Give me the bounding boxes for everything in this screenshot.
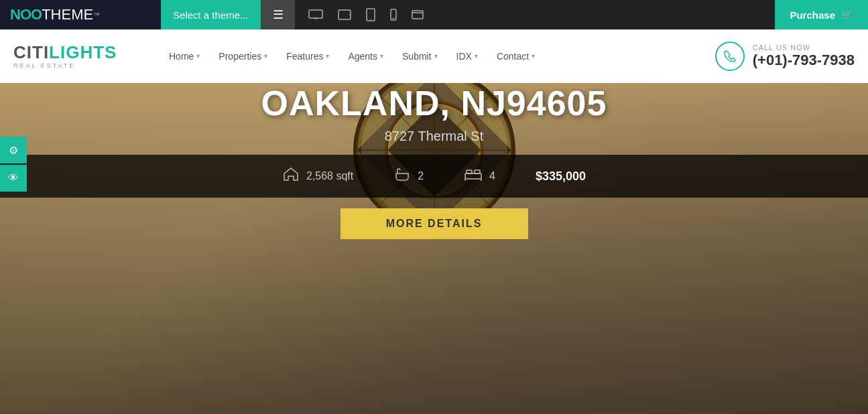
- chevron-down-icon: ▾: [196, 52, 200, 60]
- svg-rect-17: [465, 174, 481, 179]
- desktop-icon[interactable]: [308, 9, 323, 20]
- tablet-portrait-icon[interactable]: [366, 8, 375, 21]
- view-icons-group: [295, 0, 776, 29]
- eye-icon: 👁: [8, 172, 19, 184]
- eye-button[interactable]: 👁: [0, 165, 27, 192]
- side-buttons: ⚙ 👁: [0, 137, 27, 193]
- svg-rect-3: [338, 10, 351, 19]
- nootheme-logo: NOO THEME ™: [0, 0, 161, 29]
- main-nav: Home ▾ Properties ▾ Features ▾ Agents ▾ …: [147, 46, 715, 67]
- purchase-label: Purchase: [790, 9, 835, 21]
- gear-button[interactable]: ⚙: [0, 137, 27, 163]
- gear-icon: ⚙: [9, 144, 18, 157]
- house-icon: [282, 167, 300, 186]
- hero-bath-stat: 2: [393, 167, 424, 186]
- hero-city: OAKLAND, NJ94605: [0, 83, 868, 123]
- cart-icon: 🛒: [841, 9, 853, 21]
- call-text: CALL US NOW (+01)-793-7938: [753, 44, 855, 69]
- bath-icon: [393, 167, 411, 186]
- chevron-down-icon: ▾: [475, 52, 478, 60]
- hamburger-button[interactable]: ☰: [261, 0, 295, 29]
- logo-tm: ™: [93, 11, 100, 19]
- site-logo: CITILIGHTS REAL ESTATE: [13, 44, 147, 69]
- phone-icon[interactable]: [390, 9, 397, 21]
- call-area: CALL US NOW (+01)-793-7938: [715, 42, 855, 71]
- nav-idx[interactable]: IDX ▾: [448, 46, 486, 67]
- sqft-value: 2,568 sqft: [306, 170, 353, 182]
- nav-properties[interactable]: Properties ▾: [210, 46, 275, 67]
- hero-price-stat: $335,000: [536, 169, 586, 184]
- nav-home[interactable]: Home ▾: [161, 46, 208, 67]
- svg-point-6: [370, 19, 371, 21]
- nav-features[interactable]: Features ▾: [278, 46, 337, 67]
- nav-submit[interactable]: Submit ▾: [394, 46, 446, 67]
- logo-sub: REAL ESTATE: [13, 62, 147, 69]
- hero-content: OAKLAND, NJ94605 8727 Thermal St 2,568 s…: [0, 83, 868, 273]
- more-details-button[interactable]: MORE DETAILS: [340, 208, 528, 239]
- bath-value: 2: [418, 170, 424, 182]
- hero-bed-stat: 4: [464, 167, 495, 186]
- nav-agents[interactable]: Agents ▾: [340, 46, 391, 67]
- logo-lights: LIGHTS: [49, 42, 117, 62]
- chevron-down-icon: ▾: [264, 52, 267, 60]
- phone-icon: [715, 42, 745, 71]
- logo-theme: THEME: [42, 6, 93, 23]
- logo-noo: NOO: [10, 6, 42, 23]
- chevron-down-icon: ▾: [380, 52, 383, 60]
- call-label: CALL US NOW: [753, 44, 855, 52]
- chevron-down-icon: ▾: [532, 52, 535, 60]
- svg-point-4: [349, 14, 350, 15]
- hero-sqft-stat: 2,568 sqft: [282, 167, 353, 186]
- svg-rect-19: [475, 170, 480, 174]
- svg-rect-18: [467, 170, 472, 174]
- chevron-down-icon: ▾: [434, 52, 438, 60]
- hero-street: 8727 Thermal St: [0, 129, 868, 144]
- nav-contact[interactable]: Contact ▾: [489, 46, 543, 67]
- top-bar: NOO THEME ™ Select a theme... ☰ Purchase…: [0, 0, 868, 29]
- svg-rect-9: [412, 11, 423, 19]
- svg-rect-0: [309, 10, 322, 18]
- svg-rect-5: [367, 9, 375, 21]
- price-value: $335,000: [536, 169, 586, 184]
- chevron-down-icon: ▾: [326, 52, 329, 60]
- nav-bar: CITILIGHTS REAL ESTATE Home ▾ Properties…: [0, 29, 868, 83]
- hamburger-icon: ☰: [273, 7, 284, 22]
- select-theme-button[interactable]: Select a theme...: [161, 0, 261, 29]
- purchase-button[interactable]: Purchase 🛒: [775, 0, 868, 29]
- hero-section: ⚙ 👁 OAKLAND, NJ94605 8727 Thermal St 2,5…: [0, 83, 868, 414]
- tablet-landscape-icon[interactable]: [338, 9, 351, 20]
- hero-stats-bar: 2,568 sqft 2: [0, 155, 868, 198]
- call-number: (+01)-793-7938: [753, 52, 855, 69]
- bed-icon: [464, 167, 483, 186]
- logo-citi: CITI: [13, 42, 49, 62]
- window-icon[interactable]: [412, 10, 424, 19]
- bed-value: 4: [489, 170, 495, 182]
